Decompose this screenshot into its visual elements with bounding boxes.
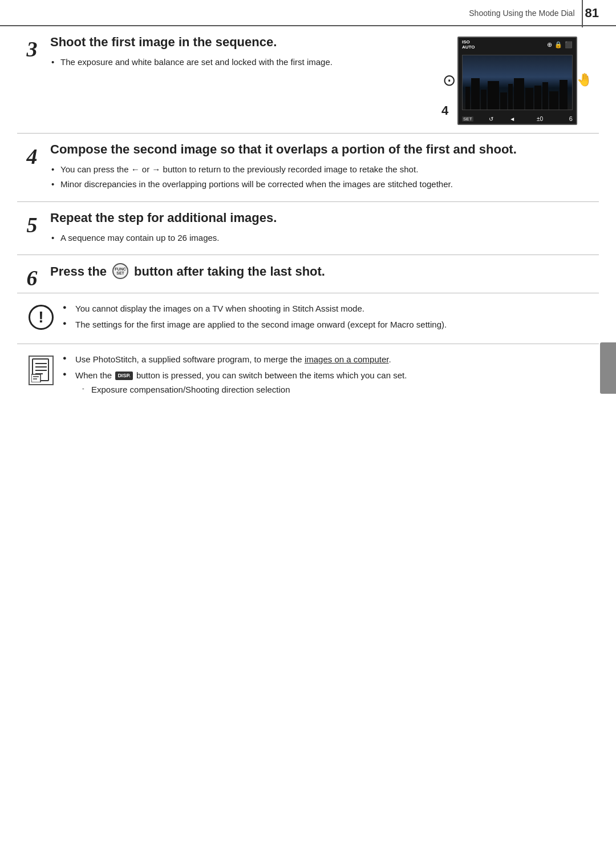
step-6-row: 6 Press the FUNCSET button after taking … <box>17 255 599 293</box>
cam-city-image <box>462 55 573 110</box>
step-4-number: 4 <box>17 134 47 201</box>
warning-bullet-1: You cannot display the images on a TV wh… <box>63 302 587 315</box>
step-6-content: Press the FUNCSET button after taking th… <box>47 255 599 293</box>
note-bullet-2: When the DISP. button is pressed, you ca… <box>63 369 587 397</box>
page-number: 81 <box>585 6 599 21</box>
cam-icons-right: ⊕🔒⬛ <box>547 41 573 49</box>
step-4-bullet-1: You can press the ← or → button to retur… <box>50 163 593 176</box>
step-6-number: 6 <box>17 255 47 293</box>
cam-bottom-left-indicator: 4 <box>441 103 448 118</box>
note-sub-item-1: Exposure compensation/Shooting direction… <box>75 383 587 396</box>
cam-bottom-bar: SET ↺ ◄ ±0 6 <box>459 114 576 124</box>
step-3-bullet-1: The exposure and white balance are set a… <box>50 56 432 68</box>
step-5-bullets: A sequence may contain up to 26 images. <box>50 232 593 244</box>
warning-icon: ! <box>29 305 54 330</box>
step-4-bullets: You can press the ← or → button to retur… <box>50 163 593 191</box>
step-3-bullets: The exposure and white balance are set a… <box>50 56 432 68</box>
step-3-content: Shoot the first image in the sequence. T… <box>47 26 599 133</box>
svg-rect-5 <box>31 374 40 382</box>
main-content: 3 Shoot the first image in the sequence.… <box>0 26 616 426</box>
step-5-row: 5 Repeat the step for additional images.… <box>17 202 599 255</box>
warning-bullet-list: You cannot display the images on a TV wh… <box>63 302 587 331</box>
disp-button-icon: DISP. <box>115 372 132 380</box>
step-5-title: Repeat the step for additional images. <box>50 210 593 226</box>
note-notice-box: Use PhotoStitch, a supplied software pro… <box>17 344 599 409</box>
step-6-title-after: button after taking the last shot. <box>134 264 325 280</box>
cam-right-hand-icon: 🤚 <box>577 72 592 87</box>
warning-bullet-2: The settings for the first image are app… <box>63 318 587 331</box>
note-sub-list: Exposure compensation/Shooting direction… <box>75 383 587 396</box>
step-5-number: 5 <box>17 202 47 255</box>
step-4-content: Compose the second image so that it over… <box>47 134 599 201</box>
note-icon <box>29 356 54 385</box>
step-3-row: 3 Shoot the first image in the sequence.… <box>17 26 599 134</box>
func-set-button-icon: FUNCSET <box>112 263 128 279</box>
warning-notice-box: ! You cannot display the images on a TV … <box>17 293 599 344</box>
header-section-text: Shooting Using the Mode Dial <box>469 9 574 18</box>
step-4-title: Compose the second image so that it over… <box>50 142 593 158</box>
note-bullet-list: Use PhotoStitch, a supplied software pro… <box>63 353 587 396</box>
step-4-row: 4 Compose the second image so that it ov… <box>17 134 599 202</box>
step-3-number: 3 <box>17 26 47 133</box>
warning-notice-content: You cannot display the images on a TV wh… <box>63 302 587 334</box>
step-6-title-before: Press the <box>50 264 107 280</box>
camera-screen-image: ISOAUTO ⊕🔒⬛ □ 1 ⟶ 2 <box>457 37 577 125</box>
step-6-title: Press the FUNCSET button after taking th… <box>50 263 593 279</box>
page-tab <box>600 342 616 394</box>
step-4-bullet-2: Minor discrepancies in the overlapping p… <box>50 178 593 191</box>
cam-iso: ISOAUTO <box>462 39 475 50</box>
note-icon-svg <box>31 358 51 382</box>
note-bullet-1: Use PhotoStitch, a supplied software pro… <box>63 353 587 366</box>
step-5-bullet-1: A sequence may contain up to 26 images. <box>50 232 593 244</box>
step-3-title: Shoot the first image in the sequence. <box>50 34 432 50</box>
step-5-content: Repeat the step for additional images. A… <box>47 202 599 255</box>
cam-left-focus-icon: ⊙ <box>443 70 456 89</box>
note-notice-content: Use PhotoStitch, a supplied software pro… <box>63 353 587 399</box>
page-header: Shooting Using the Mode Dial 81 <box>0 0 616 26</box>
